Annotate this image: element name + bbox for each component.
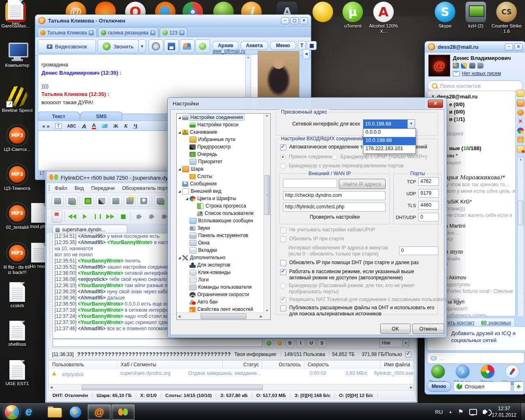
tree-item[interactable]: ◢ Шара (177, 165, 270, 173)
find-ip-button[interactable]: Найти IP адреса (339, 179, 386, 189)
taskbar-flylink-button[interactable] (112, 404, 135, 420)
media-player-icon[interactable] (70, 406, 81, 418)
reconnect-icon[interactable] (52, 195, 64, 207)
contact-photo[interactable] (258, 51, 299, 98)
desktop-icon[interactable]: MP3 ЦЗ-Темнота (2, 164, 33, 191)
status-message-input[interactable]: ... (427, 352, 525, 364)
port-input[interactable]: 0 (418, 213, 439, 221)
check-settings-link[interactable]: Проверить настройки (280, 214, 390, 220)
desktop-icon[interactable]: MP3 ЦЗ-Светск... (2, 125, 33, 152)
highlight-button[interactable] (102, 124, 107, 128)
close-button[interactable]: ✕ (300, 17, 308, 24)
expand-arrow-icon[interactable]: ◢ (177, 116, 182, 119)
tree-item[interactable]: Список пользователе (177, 210, 270, 217)
filter-checkbox[interactable] (405, 352, 411, 358)
taskbar-mailru-button[interactable]: @ (88, 404, 111, 420)
quick-connect-icon[interactable] (96, 195, 108, 207)
firewall-passive-radio[interactable]: Брандмауэр (Пассивный режим: для тех, кт… (280, 283, 436, 295)
desktop-icon[interactable]: S Skype (429, 2, 461, 29)
internet-explorer-icon[interactable]: e (25, 405, 32, 418)
action-center-icon[interactable]: ⚑ (458, 408, 463, 415)
network-interface-combobox[interactable]: 10.0.198.68 ▼ (363, 119, 415, 129)
favorite-hubs-icon[interactable] (66, 195, 78, 207)
manual-forwarding-radio[interactable]: Брандмауэр с ручным перенаправлением пор… (280, 163, 404, 169)
tree-item[interactable]: Приоритет (177, 158, 270, 165)
avatar[interactable] (428, 55, 450, 77)
tree-item[interactable]: Свойства лент новостей (177, 306, 270, 313)
acquaintances-link[interactable]: 60 знакомых (481, 320, 511, 326)
desktop-icon[interactable]: Beeline Speed (2, 86, 33, 113)
minimize-button[interactable]: – (505, 43, 513, 50)
tree-item[interactable]: Окна (177, 239, 270, 247)
stop-button[interactable] (118, 212, 128, 221)
underline-button[interactable]: Ч (133, 123, 137, 129)
font-face-button[interactable]: A (82, 123, 86, 130)
desktop-icon[interactable]: ccskrb (2, 282, 33, 308)
sidebar-collapse-button[interactable]: ◀ (303, 49, 310, 59)
tree-horizontal-scrollbar[interactable]: ◀▶ (177, 313, 264, 320)
desktop-icon[interactable]: µ uTorrent (337, 2, 368, 29)
column-header[interactable]: Хаб / Сегменты (117, 361, 223, 370)
taskbar-clock[interactable]: 12:37 17.01.2012 (489, 405, 519, 418)
media-player-icon[interactable] (52, 210, 62, 223)
new-mail-link[interactable]: Нет новых писем (453, 71, 501, 76)
column-header[interactable]: Статус (223, 361, 262, 370)
tree-item[interactable]: Настройки прокси (177, 121, 270, 128)
tree-vertical-scrollbar[interactable]: ▲≡▼ (263, 114, 270, 313)
remove-icon[interactable]: ✕ (517, 119, 524, 125)
desktop-icon[interactable]: kzH (2) (460, 2, 491, 29)
menu-item[interactable]: Передачи (87, 185, 118, 191)
tree-item[interactable]: Ограничения скорости (177, 291, 270, 298)
interval-input[interactable]: 0 (399, 247, 438, 255)
tree-item[interactable]: Логи (177, 276, 270, 283)
transfer-row[interactable]: enjoystick supershare.dyndns.org Отдача … (48, 369, 414, 378)
conference-button[interactable] (148, 39, 163, 53)
close-button[interactable]: ✕ (428, 100, 443, 108)
input-mode-tab[interactable]: SMS (80, 112, 122, 121)
contacts-button[interactable] (180, 39, 194, 53)
tree-item[interactable]: Предпросмотр (177, 143, 270, 151)
tree-item[interactable]: Избранные пути (177, 136, 270, 143)
tree-item[interactable]: Очередь (177, 151, 270, 158)
tree-item[interactable]: Для экспертов (177, 261, 270, 269)
tree-item[interactable]: ◢ Внешний вид (177, 187, 270, 195)
forward-button[interactable] (105, 212, 116, 221)
expand-arrow-icon[interactable]: ◢ (177, 130, 182, 134)
settings-tree[interactable]: ◢ Настройки соединения Настройки прокси … (176, 113, 271, 320)
emotions-button[interactable] (195, 39, 210, 53)
main-menu-button[interactable]: Меню (427, 381, 451, 392)
publish-dht-checkbox[interactable]: Публиковать расшаренные файлы на DHT и и… (280, 305, 436, 317)
add-contact-link[interactable]: ить контакт (447, 320, 475, 326)
tree-item[interactable]: Клик-команды (177, 269, 270, 276)
tree-item[interactable]: Вкладки (177, 247, 270, 254)
favorite-users-icon[interactable] (138, 195, 150, 207)
maximize-button[interactable]: ▢ (290, 17, 299, 24)
italic-button[interactable]: К (124, 123, 128, 129)
ignore-hub-settings-checkbox[interactable]: Не учитывать настройки хабов/UPnP (280, 227, 375, 233)
video-call-button[interactable]: Видеозвонок (38, 39, 96, 53)
transfers-header[interactable]: ПользовательХаб / СегментыСтатусОсталось… (48, 360, 414, 370)
tree-item[interactable]: Авто бан (177, 298, 270, 306)
transfers-horizontal-scrollbar[interactable]: ◀▶ (48, 384, 414, 391)
desktop-icon[interactable]: CS Counter Strike 1.6 (491, 2, 522, 34)
layout-button[interactable]: ▦ (307, 41, 317, 50)
pause-button[interactable] (92, 212, 103, 221)
chat-tab[interactable]: Татьяна Климова ✕ (37, 27, 97, 37)
port-input[interactable]: 9179 (418, 189, 439, 198)
input-mode-tab[interactable]: Текст (38, 112, 80, 121)
network-icon[interactable] (469, 409, 477, 415)
save-history-button[interactable] (164, 39, 179, 53)
tree-item[interactable]: ◢ Цвета и Шрифты (177, 195, 270, 202)
hub-message-input[interactable] (52, 339, 262, 347)
contacts-titlebar[interactable]: dess28@mail.ru – ✕ (425, 41, 525, 52)
desktop-icon[interactable]: shelllsss (2, 321, 33, 347)
folder-question-icon[interactable] (517, 146, 524, 153)
explorer-icon[interactable] (48, 408, 62, 418)
volume-up-button[interactable] (146, 212, 156, 221)
tree-item[interactable]: Панель инструментов (177, 232, 270, 239)
tree-item[interactable]: Всплывающие сообщен (177, 217, 270, 224)
cancel-button[interactable]: Отмена (412, 324, 444, 334)
presence-status-selector[interactable]: Отошел (454, 381, 511, 392)
dht-update-checkbox[interactable]: Обновлять IP при помощи DHT (при старте … (280, 260, 419, 266)
nick-combobox[interactable]: Ник ▼ (379, 339, 409, 347)
